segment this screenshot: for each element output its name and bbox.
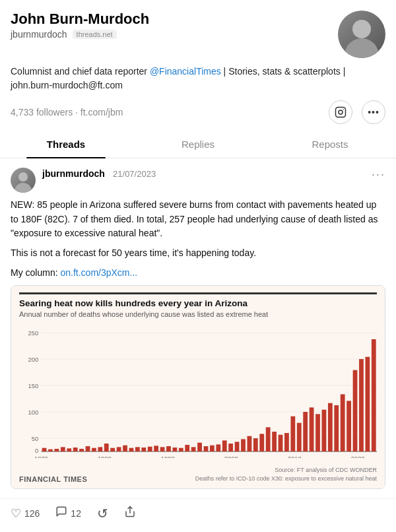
chart-footer: FINANCIAL TIMES Source: FT analysis of C… bbox=[11, 463, 385, 488]
svg-rect-33 bbox=[154, 446, 158, 452]
comment-icon bbox=[55, 506, 67, 521]
svg-rect-51 bbox=[266, 428, 271, 452]
svg-rect-68 bbox=[372, 339, 376, 451]
profile-info: John Burn-Murdoch jburnmurdoch threads.n… bbox=[11, 11, 338, 40]
svg-rect-24 bbox=[98, 448, 102, 452]
svg-rect-40 bbox=[197, 443, 202, 451]
chart-subtitle: Annual number of deaths whose underlying… bbox=[19, 310, 377, 318]
post-more-button[interactable]: ··· bbox=[372, 168, 385, 182]
comment-button[interactable]: 12 bbox=[55, 506, 81, 521]
tab-replies[interactable]: Replies bbox=[132, 131, 264, 158]
heart-icon: ♡ bbox=[11, 506, 21, 521]
svg-rect-22 bbox=[86, 446, 90, 451]
svg-point-2 bbox=[343, 109, 344, 110]
post: jburnmurdoch 21/07/2023 ··· NEW: 85 peop… bbox=[0, 158, 396, 499]
svg-rect-16 bbox=[48, 449, 53, 451]
svg-rect-41 bbox=[204, 446, 209, 451]
svg-rect-57 bbox=[303, 412, 308, 451]
svg-point-1 bbox=[339, 110, 343, 114]
chart-title: Searing heat now kills hundreds every ye… bbox=[19, 292, 377, 308]
repost-button[interactable]: ↺ bbox=[97, 506, 108, 521]
svg-rect-30 bbox=[135, 448, 140, 452]
svg-text:1980: 1980 bbox=[98, 456, 112, 459]
svg-rect-49 bbox=[253, 438, 258, 451]
svg-rect-43 bbox=[216, 445, 220, 452]
svg-text:2010: 2010 bbox=[288, 456, 302, 459]
svg-rect-55 bbox=[290, 416, 295, 451]
svg-rect-66 bbox=[359, 359, 364, 451]
svg-rect-31 bbox=[141, 448, 146, 451]
profile-handle-row: jburnmurdoch threads.net bbox=[11, 29, 338, 40]
svg-rect-54 bbox=[284, 433, 289, 451]
more-options-icon: ••• bbox=[368, 107, 380, 117]
svg-rect-32 bbox=[148, 447, 152, 451]
svg-rect-46 bbox=[235, 442, 240, 452]
svg-rect-21 bbox=[79, 449, 84, 451]
svg-rect-34 bbox=[160, 448, 165, 452]
chart-svg: 250 200 150 100 50 0 1970198019902000201… bbox=[19, 326, 377, 458]
post-username: jburnmurdoch bbox=[42, 168, 105, 179]
svg-rect-20 bbox=[73, 448, 78, 451]
svg-rect-60 bbox=[322, 410, 327, 451]
svg-rect-19 bbox=[67, 449, 71, 452]
svg-text:50: 50 bbox=[32, 436, 38, 443]
svg-text:150: 150 bbox=[28, 383, 39, 390]
profile-icons: ••• bbox=[329, 100, 385, 124]
post-header: jburnmurdoch 21/07/2023 ··· bbox=[11, 168, 385, 193]
svg-rect-52 bbox=[272, 432, 277, 451]
tab-threads[interactable]: Threads bbox=[0, 131, 132, 158]
svg-rect-48 bbox=[248, 436, 252, 451]
svg-text:200: 200 bbox=[28, 357, 39, 364]
profile-name: John Burn-Murdoch bbox=[11, 11, 338, 28]
svg-rect-0 bbox=[336, 108, 346, 117]
svg-rect-26 bbox=[110, 448, 115, 451]
svg-rect-45 bbox=[228, 444, 233, 451]
profile-stats: 4,733 followers · ft.com/jbm bbox=[11, 107, 123, 117]
post-text-2: This is not a forecast for 50 years time… bbox=[11, 246, 385, 261]
svg-rect-56 bbox=[297, 423, 302, 451]
profile-handle: jburnmurdoch bbox=[11, 29, 67, 40]
ft-link[interactable]: @FinancialTimes bbox=[150, 66, 221, 77]
svg-rect-64 bbox=[346, 401, 351, 452]
share-button[interactable] bbox=[124, 506, 136, 521]
like-button[interactable]: ♡ 126 bbox=[11, 506, 40, 521]
svg-rect-27 bbox=[117, 448, 121, 452]
chart-footer-brand: FINANCIAL TIMES bbox=[19, 475, 87, 483]
svg-text:1970: 1970 bbox=[34, 456, 48, 459]
profile-stats-row: 4,733 followers · ft.com/jbm ••• bbox=[0, 96, 396, 131]
svg-text:1990: 1990 bbox=[161, 456, 175, 459]
tab-reposts[interactable]: Reposts bbox=[264, 131, 396, 158]
svg-rect-67 bbox=[365, 357, 370, 451]
svg-rect-17 bbox=[55, 449, 59, 451]
svg-rect-38 bbox=[185, 445, 189, 451]
svg-rect-58 bbox=[310, 408, 314, 452]
post-avatar bbox=[11, 168, 36, 193]
post-actions: ♡ 126 12 ↺ bbox=[0, 499, 396, 528]
svg-rect-37 bbox=[179, 448, 183, 451]
post-meta: jburnmurdoch 21/07/2023 bbox=[42, 168, 365, 179]
svg-rect-47 bbox=[241, 440, 246, 452]
column-link[interactable]: on.ft.com/3pXcm... bbox=[60, 267, 137, 278]
svg-rect-42 bbox=[210, 446, 214, 451]
chart-area: 250 200 150 100 50 0 1970198019902000201… bbox=[11, 323, 385, 463]
svg-text:250: 250 bbox=[28, 331, 39, 337]
repost-icon: ↺ bbox=[97, 506, 108, 521]
profile-header: John Burn-Murdoch jburnmurdoch threads.n… bbox=[0, 0, 396, 58]
svg-rect-25 bbox=[104, 444, 109, 451]
svg-rect-35 bbox=[166, 446, 171, 451]
profile-platform-badge: threads.net bbox=[73, 30, 117, 39]
svg-rect-63 bbox=[341, 395, 345, 452]
post-date: 21/07/2023 bbox=[113, 169, 156, 179]
svg-text:0: 0 bbox=[35, 448, 38, 455]
svg-rect-50 bbox=[259, 434, 264, 452]
svg-rect-62 bbox=[334, 405, 339, 451]
instagram-icon bbox=[335, 106, 346, 118]
svg-rect-53 bbox=[279, 435, 283, 451]
comment-count: 12 bbox=[71, 508, 81, 519]
instagram-button[interactable] bbox=[329, 100, 352, 124]
chart-card: Searing heat now kills hundreds every ye… bbox=[11, 285, 385, 488]
svg-rect-59 bbox=[315, 415, 320, 452]
post-text-3: My column: on.ft.com/3pXcm... bbox=[11, 266, 385, 281]
more-options-button[interactable]: ••• bbox=[362, 100, 385, 124]
post-text-1: NEW: 85 people in Arizona suffered sever… bbox=[11, 198, 385, 241]
